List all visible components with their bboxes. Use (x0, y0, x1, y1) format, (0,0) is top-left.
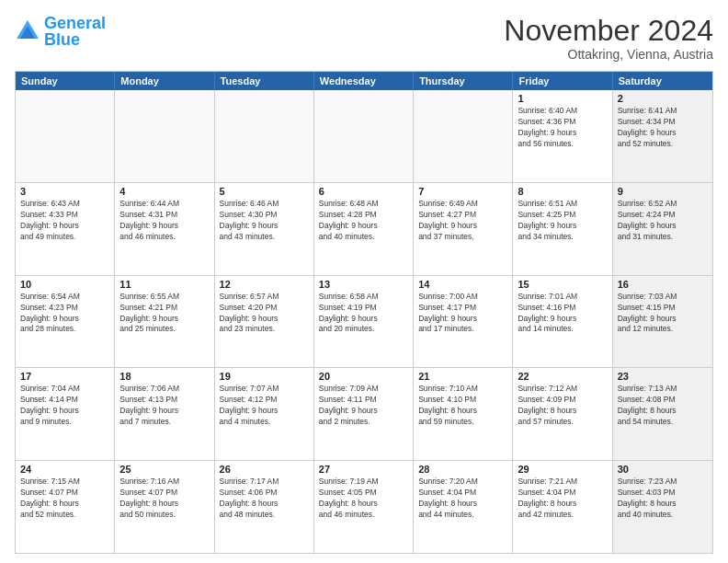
cell-details: Sunrise: 6:44 AMSunset: 4:31 PMDaylight:… (119, 199, 209, 243)
empty-cell (16, 90, 115, 182)
day-number: 3 (20, 186, 109, 197)
cell-details: Sunrise: 6:48 AMSunset: 4:28 PMDaylight:… (319, 199, 408, 243)
day-number: 16 (618, 279, 708, 290)
day-number: 10 (20, 279, 109, 290)
day-number: 29 (518, 464, 607, 475)
day-number: 20 (319, 371, 408, 382)
day-cell-3: 3Sunrise: 6:43 AMSunset: 4:33 PMDaylight… (16, 183, 115, 275)
week-row-4: 17Sunrise: 7:04 AMSunset: 4:14 PMDayligh… (16, 368, 712, 461)
calendar: SundayMondayTuesdayWednesdayThursdayFrid… (15, 71, 713, 554)
empty-cell (215, 90, 314, 182)
cell-details: Sunrise: 7:09 AMSunset: 4:11 PMDaylight:… (319, 384, 408, 428)
header-day-friday: Friday (513, 72, 612, 90)
cell-details: Sunrise: 7:21 AMSunset: 4:04 PMDaylight:… (518, 477, 607, 521)
day-number: 24 (20, 464, 109, 475)
week-row-1: 1Sunrise: 6:40 AMSunset: 4:36 PMDaylight… (16, 90, 712, 183)
day-cell-13: 13Sunrise: 6:58 AMSunset: 4:19 PMDayligh… (314, 276, 414, 368)
day-number: 17 (20, 371, 109, 382)
cell-details: Sunrise: 7:16 AMSunset: 4:07 PMDaylight:… (119, 477, 209, 521)
day-cell-8: 8Sunrise: 6:51 AMSunset: 4:25 PMDaylight… (513, 183, 612, 275)
day-number: 13 (319, 279, 408, 290)
day-number: 6 (319, 186, 408, 197)
day-cell-1: 1Sunrise: 6:40 AMSunset: 4:36 PMDaylight… (513, 90, 612, 182)
cell-details: Sunrise: 7:17 AMSunset: 4:06 PMDaylight:… (220, 477, 309, 521)
day-number: 15 (518, 279, 607, 290)
cell-details: Sunrise: 6:46 AMSunset: 4:30 PMDaylight:… (220, 199, 309, 243)
cell-details: Sunrise: 7:23 AMSunset: 4:03 PMDaylight:… (618, 477, 708, 521)
cell-details: Sunrise: 7:07 AMSunset: 4:12 PMDaylight:… (220, 384, 309, 428)
day-number: 9 (618, 186, 708, 197)
cell-details: Sunrise: 6:51 AMSunset: 4:25 PMDaylight:… (518, 199, 607, 243)
cell-details: Sunrise: 7:06 AMSunset: 4:13 PMDaylight:… (119, 384, 209, 428)
day-cell-6: 6Sunrise: 6:48 AMSunset: 4:28 PMDaylight… (314, 183, 414, 275)
day-cell-16: 16Sunrise: 7:03 AMSunset: 4:15 PMDayligh… (613, 276, 712, 368)
day-cell-28: 28Sunrise: 7:20 AMSunset: 4:04 PMDayligh… (414, 461, 513, 553)
header-day-thursday: Thursday (414, 72, 513, 90)
logo-general: General (44, 14, 106, 32)
day-cell-17: 17Sunrise: 7:04 AMSunset: 4:14 PMDayligh… (16, 368, 115, 460)
logo-text: General Blue (44, 15, 106, 48)
day-cell-9: 9Sunrise: 6:52 AMSunset: 4:24 PMDaylight… (613, 183, 712, 275)
day-cell-19: 19Sunrise: 7:07 AMSunset: 4:12 PMDayligh… (215, 368, 314, 460)
day-number: 5 (220, 186, 309, 197)
header-day-sunday: Sunday (16, 72, 115, 90)
day-number: 11 (119, 279, 209, 290)
day-cell-23: 23Sunrise: 7:13 AMSunset: 4:08 PMDayligh… (613, 368, 712, 460)
empty-cell (314, 90, 414, 182)
day-number: 26 (220, 464, 309, 475)
cell-details: Sunrise: 7:00 AMSunset: 4:17 PMDaylight:… (418, 292, 507, 336)
day-cell-10: 10Sunrise: 6:54 AMSunset: 4:23 PMDayligh… (16, 276, 115, 368)
day-cell-14: 14Sunrise: 7:00 AMSunset: 4:17 PMDayligh… (414, 276, 513, 368)
cell-details: Sunrise: 6:57 AMSunset: 4:20 PMDaylight:… (220, 292, 309, 336)
cell-details: Sunrise: 6:55 AMSunset: 4:21 PMDaylight:… (119, 292, 209, 336)
day-number: 12 (220, 279, 309, 290)
header-day-saturday: Saturday (613, 72, 712, 90)
logo-blue: Blue (44, 30, 80, 49)
empty-cell (414, 90, 513, 182)
calendar-subtitle: Ottakring, Vienna, Austria (504, 47, 713, 62)
day-cell-7: 7Sunrise: 6:49 AMSunset: 4:27 PMDaylight… (414, 183, 513, 275)
page: General Blue November 2024 Ottakring, Vi… (0, 0, 728, 563)
day-cell-2: 2Sunrise: 6:41 AMSunset: 4:34 PMDaylight… (613, 90, 712, 182)
week-row-5: 24Sunrise: 7:15 AMSunset: 4:07 PMDayligh… (16, 461, 712, 553)
cell-details: Sunrise: 7:19 AMSunset: 4:05 PMDaylight:… (319, 477, 408, 521)
day-number: 1 (518, 93, 607, 104)
day-cell-4: 4Sunrise: 6:44 AMSunset: 4:31 PMDaylight… (115, 183, 214, 275)
week-row-3: 10Sunrise: 6:54 AMSunset: 4:23 PMDayligh… (16, 276, 712, 369)
cell-details: Sunrise: 6:40 AMSunset: 4:36 PMDaylight:… (518, 106, 607, 150)
day-number: 19 (220, 371, 309, 382)
cell-details: Sunrise: 7:20 AMSunset: 4:04 PMDaylight:… (418, 477, 507, 521)
day-number: 14 (418, 279, 507, 290)
day-cell-29: 29Sunrise: 7:21 AMSunset: 4:04 PMDayligh… (513, 461, 612, 553)
calendar-header: SundayMondayTuesdayWednesdayThursdayFrid… (16, 72, 712, 90)
day-cell-26: 26Sunrise: 7:17 AMSunset: 4:06 PMDayligh… (215, 461, 314, 553)
cell-details: Sunrise: 6:52 AMSunset: 4:24 PMDaylight:… (618, 199, 708, 243)
day-number: 25 (119, 464, 209, 475)
calendar-body: 1Sunrise: 6:40 AMSunset: 4:36 PMDaylight… (16, 90, 712, 553)
day-number: 8 (518, 186, 607, 197)
cell-details: Sunrise: 6:58 AMSunset: 4:19 PMDaylight:… (319, 292, 408, 336)
day-cell-5: 5Sunrise: 6:46 AMSunset: 4:30 PMDaylight… (215, 183, 314, 275)
cell-details: Sunrise: 7:04 AMSunset: 4:14 PMDaylight:… (20, 384, 109, 428)
day-cell-11: 11Sunrise: 6:55 AMSunset: 4:21 PMDayligh… (115, 276, 214, 368)
day-number: 7 (418, 186, 507, 197)
day-cell-21: 21Sunrise: 7:10 AMSunset: 4:10 PMDayligh… (414, 368, 513, 460)
logo: General Blue (15, 15, 106, 48)
cell-details: Sunrise: 7:03 AMSunset: 4:15 PMDaylight:… (618, 292, 708, 336)
cell-details: Sunrise: 6:43 AMSunset: 4:33 PMDaylight:… (20, 199, 109, 243)
day-cell-15: 15Sunrise: 7:01 AMSunset: 4:16 PMDayligh… (513, 276, 612, 368)
cell-details: Sunrise: 7:13 AMSunset: 4:08 PMDaylight:… (618, 384, 708, 428)
day-cell-12: 12Sunrise: 6:57 AMSunset: 4:20 PMDayligh… (215, 276, 314, 368)
cell-details: Sunrise: 7:10 AMSunset: 4:10 PMDaylight:… (418, 384, 507, 428)
day-cell-30: 30Sunrise: 7:23 AMSunset: 4:03 PMDayligh… (613, 461, 712, 553)
cell-details: Sunrise: 6:54 AMSunset: 4:23 PMDaylight:… (20, 292, 109, 336)
day-number: 23 (618, 371, 708, 382)
day-cell-22: 22Sunrise: 7:12 AMSunset: 4:09 PMDayligh… (513, 368, 612, 460)
empty-cell (115, 90, 214, 182)
cell-details: Sunrise: 6:49 AMSunset: 4:27 PMDaylight:… (418, 199, 507, 243)
day-number: 4 (119, 186, 209, 197)
calendar-title: November 2024 (504, 15, 713, 47)
day-number: 22 (518, 371, 607, 382)
day-number: 27 (319, 464, 408, 475)
logo-icon (15, 18, 40, 44)
